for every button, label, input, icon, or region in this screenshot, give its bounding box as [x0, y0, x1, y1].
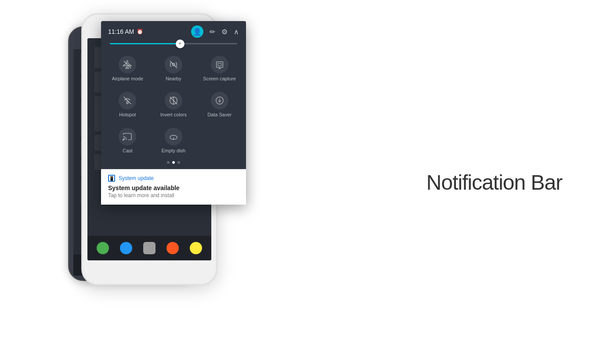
page-title: Notification Bar: [427, 170, 562, 194]
empty-dish-icon-wrap: [165, 128, 182, 145]
avatar-button[interactable]: 👤: [191, 25, 203, 38]
avatar-icon: 👤: [193, 28, 202, 36]
screen-capture-icon-wrap: [211, 56, 228, 73]
brightness-fill: [110, 43, 180, 44]
invert-colors-icon-wrap: [165, 92, 182, 109]
tile-invert-colors[interactable]: Invert colors: [151, 86, 197, 122]
dock-camera-icon: [166, 242, 179, 254]
dock-apps-icon: [143, 242, 156, 254]
brightness-row[interactable]: [101, 41, 246, 50]
empty-dish-icon: [169, 132, 178, 141]
cast-icon: [123, 132, 132, 141]
hotspot-icon-wrap: [119, 92, 136, 109]
tile-cast[interactable]: Cast: [105, 122, 151, 158]
brightness-thumb[interactable]: [176, 40, 184, 48]
notification-panel: 11:16 AM ⏰ 👤 ✏ ⚙ ∧ Airp: [101, 21, 246, 205]
tile-empty-dish[interactable]: Empty dish: [151, 122, 197, 158]
notif-title: System update available: [108, 184, 239, 191]
panel-header: 11:16 AM ⏰ 👤 ✏ ⚙ ∧: [101, 21, 246, 41]
tile-airplane-mode[interactable]: Airplane mode: [105, 50, 151, 86]
hotspot-label: Hotspot: [119, 112, 136, 117]
data-saver-icon: [215, 96, 224, 105]
collapse-icon[interactable]: ∧: [234, 28, 239, 36]
cast-icon-wrap: [119, 128, 136, 145]
notification-card[interactable]: 📱 System update System update available …: [101, 169, 246, 205]
svg-line-2: [170, 61, 177, 68]
invert-colors-icon: [169, 96, 178, 105]
screen-capture-icon: [215, 60, 224, 69]
phone-dock: [87, 236, 211, 260]
empty-dish-label: Empty dish: [162, 148, 185, 153]
panel-time-text: 11:16 AM: [108, 28, 134, 35]
panel-header-icons: 👤 ✏ ⚙ ∧: [191, 25, 239, 38]
dot-1: [167, 161, 170, 164]
quick-tiles-grid: Airplane mode Nearby: [101, 50, 246, 158]
edit-icon[interactable]: ✏: [210, 28, 215, 36]
data-saver-icon-wrap: [211, 92, 228, 109]
pagination-dots: [101, 158, 246, 169]
brightness-track[interactable]: [110, 43, 237, 44]
panel-time-row: 11:16 AM ⏰: [108, 28, 143, 35]
settings-icon[interactable]: ⚙: [221, 28, 228, 36]
airplane-mode-icon: [123, 60, 132, 69]
tile-screen-capture[interactable]: Screen capture: [196, 50, 242, 86]
dock-browser-icon: [190, 242, 202, 254]
dot-3: [177, 161, 180, 164]
hotspot-icon: [123, 96, 132, 105]
dock-phone-icon: [97, 242, 109, 254]
airplane-mode-label: Airplane mode: [112, 76, 143, 81]
nearby-icon: [169, 60, 178, 69]
invert-colors-label: Invert colors: [160, 112, 187, 117]
svg-line-8: [124, 97, 131, 105]
airplane-mode-icon-wrap: [119, 56, 136, 73]
notif-app-name: System update: [119, 175, 154, 181]
notif-body: Tap to learn more and install: [108, 192, 239, 198]
screen-capture-label: Screen capture: [203, 76, 236, 81]
svg-point-11: [123, 139, 124, 140]
svg-rect-3: [216, 62, 223, 68]
dot-2-active: [172, 161, 175, 164]
alarm-icon: ⏰: [137, 29, 143, 35]
cast-label: Cast: [123, 148, 133, 153]
svg-point-7: [127, 102, 128, 104]
notif-app-row: 📱 System update: [108, 175, 239, 182]
svg-rect-6: [218, 63, 221, 66]
dock-home-icon: [120, 242, 132, 254]
nearby-icon-wrap: [165, 56, 182, 73]
tile-hotspot[interactable]: Hotspot: [105, 86, 151, 122]
tile-nearby[interactable]: Nearby: [151, 50, 197, 86]
nearby-label: Nearby: [166, 76, 181, 81]
notif-app-icon: 📱: [108, 175, 115, 182]
data-saver-label: Data Saver: [207, 112, 232, 117]
tile-data-saver[interactable]: Data Saver: [196, 86, 242, 122]
